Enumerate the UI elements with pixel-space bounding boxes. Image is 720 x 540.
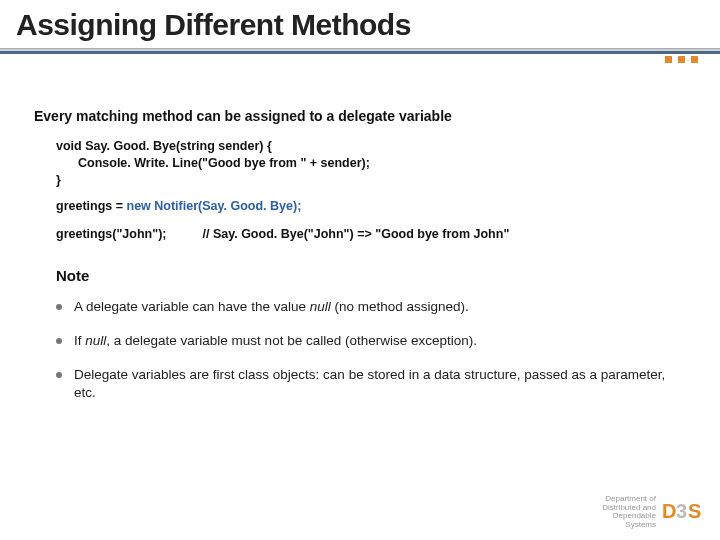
svg-text:S: S <box>688 500 701 522</box>
code-line: Console. Write. Line("Good bye from " + … <box>78 155 686 172</box>
d3s-logo-icon: D 3 S <box>662 498 706 526</box>
footer-logo: Department of Distributed and Dependable… <box>602 495 706 530</box>
content-area: Every matching method can be assigned to… <box>0 54 720 403</box>
lead-sentence: Every matching method can be assigned to… <box>34 108 686 124</box>
code-line: } <box>56 172 686 189</box>
footer-line: Systems <box>602 521 656 530</box>
title-area: Assigning Different Methods <box>0 0 720 42</box>
svg-text:3: 3 <box>676 500 687 522</box>
footer-affiliation: Department of Distributed and Dependable… <box>602 495 656 530</box>
assign-rhs: new Notifier(Say. Good. Bye); <box>127 199 302 213</box>
note-emph: null <box>85 333 106 348</box>
list-item: A delegate variable can have the value n… <box>56 298 686 316</box>
assign-lhs: greetings = <box>56 199 127 213</box>
call-comment: // Say. Good. Bye("John") => "Good bye f… <box>202 227 509 241</box>
assign-line: greetings = new Notifier(Say. Good. Bye)… <box>56 199 686 213</box>
svg-text:D: D <box>662 500 676 522</box>
note-text: (no method assigned). <box>331 299 469 314</box>
list-item: Delegate variables are first class objec… <box>56 366 686 402</box>
code-block: void Say. Good. Bye(string sender) { Con… <box>56 138 686 189</box>
call-expr: greetings("John"); <box>56 227 166 241</box>
decorative-dots <box>665 56 698 63</box>
slide-title: Assigning Different Methods <box>16 8 704 42</box>
list-item: If null, a delegate variable must not be… <box>56 332 686 350</box>
note-text: Delegate variables are first class objec… <box>74 367 665 400</box>
note-heading: Note <box>56 267 686 284</box>
note-text: A delegate variable can have the value <box>74 299 310 314</box>
note-text: , a delegate variable must not be called… <box>106 333 477 348</box>
note-text: If <box>74 333 85 348</box>
note-emph: null <box>310 299 331 314</box>
notes-list: A delegate variable can have the value n… <box>56 298 686 403</box>
code-line: void Say. Good. Bye(string sender) { <box>56 138 686 155</box>
call-row: greetings("John"); // Say. Good. Bye("Jo… <box>56 227 686 241</box>
